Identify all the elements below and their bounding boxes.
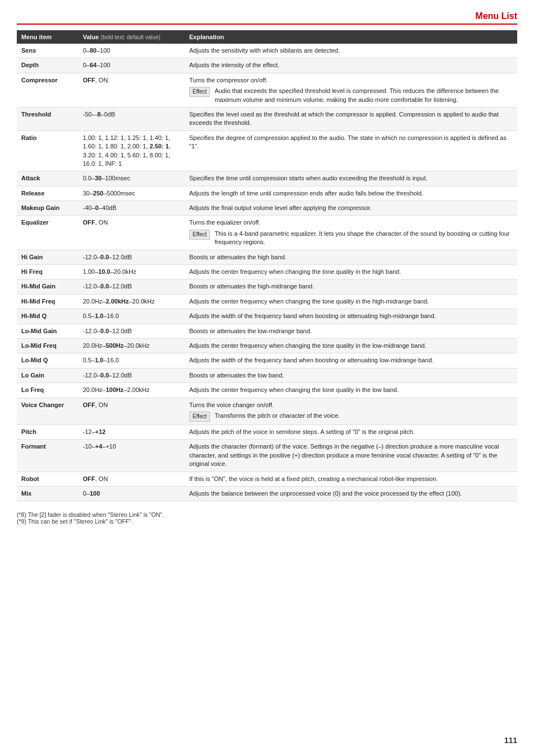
- table-row: Hi-Mid Freq20.0Hz–2.00kHz–20.0kHzAdjusts…: [17, 294, 517, 309]
- cell-value: OFF, ON: [78, 398, 185, 424]
- table-row: Release30–250–5000msecAdjusts the length…: [17, 186, 517, 200]
- cell-explanation: Specifies the level used as the threshol…: [185, 107, 517, 130]
- effect-badge: Effect: [189, 230, 210, 240]
- cell-explanation: Adjusts the balance between the unproces…: [185, 486, 517, 501]
- cell-menu-item: Ratio: [17, 130, 78, 171]
- table-row: Lo-Mid Gain-12.0–0.0–12.0dBBoosts or att…: [17, 324, 517, 338]
- cell-value: 20.0Hz–100Hz–2.00kHz: [78, 383, 185, 398]
- cell-menu-item: Equalizer: [17, 216, 78, 250]
- cell-menu-item: Lo-Mid Gain: [17, 324, 78, 338]
- footnote-area: (*8) The [2] fader is disabled when "Ste…: [17, 511, 517, 525]
- table-row: Hi-Mid Gain-12.0–0.0–12.0dBBoosts or att…: [17, 279, 517, 294]
- cell-menu-item: Hi-Mid Q: [17, 309, 78, 324]
- cell-menu-item: Mix: [17, 486, 78, 501]
- cell-value: 0–80–100: [78, 44, 185, 58]
- cell-value: OFF, ON: [78, 73, 185, 107]
- table-row: Lo Freq20.0Hz–100Hz–2.00kHzAdjusts the c…: [17, 383, 517, 398]
- cell-explanation: Boosts or attenuates the high-midrange b…: [185, 279, 517, 294]
- value-sub-label: (bold text: default value): [101, 34, 161, 40]
- cell-menu-item: Hi Gain: [17, 250, 78, 264]
- table-row: Ratio1.00: 1, 1.12: 1, 1.25: 1, 1.40: 1,…: [17, 130, 517, 171]
- cell-value: -12.0–0.0–12.0dB: [78, 324, 185, 338]
- cell-explanation: Adjusts the pitch of the voice in semito…: [185, 424, 517, 439]
- cell-menu-item: Sens: [17, 44, 78, 58]
- cell-value: -50–-8–0dB: [78, 107, 185, 130]
- cell-explanation: Adjusts the width of the frequency band …: [185, 353, 517, 368]
- cell-value: 20.0Hz–500Hz–20.0kHz: [78, 338, 185, 353]
- effect-badge: Effect: [189, 412, 210, 422]
- table-body: Sens0–80–100Adjusts the sensitivity with…: [17, 44, 517, 501]
- cell-explanation: Adjusts the width of the frequency band …: [185, 309, 517, 324]
- table-row: Lo Gain-12.0–0.0–12.0dBBoosts or attenua…: [17, 368, 517, 382]
- cell-menu-item: Hi-Mid Freq: [17, 294, 78, 309]
- table-row: Depth0–64–100Adjusts the intensity of th…: [17, 58, 517, 73]
- table-row: EqualizerOFF, ONTurns the equalizer on/o…: [17, 216, 517, 250]
- cell-value: -12–+12: [78, 424, 185, 439]
- cell-explanation: Turns the equalizer on/off. Effect This …: [185, 216, 517, 250]
- cell-explanation: Adjusts the center frequency when changi…: [185, 338, 517, 353]
- cell-value: 0.5–1.0–16.0: [78, 309, 185, 324]
- col-header-value: Value (bold text: default value): [78, 30, 185, 44]
- cell-menu-item: Lo-Mid Freq: [17, 338, 78, 353]
- table-row: CompressorOFF, ONTurns the compressor on…: [17, 73, 517, 107]
- cell-value: 30–250–5000msec: [78, 186, 185, 200]
- table-row: Hi Freq1.00–10.0–20.0kHzAdjusts the cent…: [17, 265, 517, 279]
- table-row: Makeup Gain-40–0–40dBAdjusts the final o…: [17, 201, 517, 216]
- effect-badge: Effect: [189, 87, 210, 97]
- cell-value: 0.5–1.0–16.0: [78, 353, 185, 368]
- table-header: Menu item Value (bold text: default valu…: [17, 30, 517, 44]
- cell-menu-item: Voice Changer: [17, 398, 78, 424]
- cell-menu-item: Threshold: [17, 107, 78, 130]
- table-row: Lo-Mid Q0.5–1.0–16.0Adjusts the width of…: [17, 353, 517, 368]
- cell-explanation: Adjusts the center frequency when changi…: [185, 294, 517, 309]
- table-row: Sens0–80–100Adjusts the sensitivity with…: [17, 44, 517, 58]
- cell-explanation: Boosts or attenuates the high band.: [185, 250, 517, 264]
- cell-menu-item: Formant: [17, 440, 78, 472]
- cell-explanation: Adjusts the final output volume level af…: [185, 201, 517, 216]
- cell-menu-item: Depth: [17, 58, 78, 73]
- cell-menu-item: Lo-Mid Q: [17, 353, 78, 368]
- cell-explanation: Turns the compressor on/off. Effect Audi…: [185, 73, 517, 107]
- cell-explanation: Specifies the time until compression sta…: [185, 171, 517, 186]
- col-header-explanation: Explanation: [185, 30, 517, 44]
- cell-explanation: If this is "ON", the voice is held at a …: [185, 472, 517, 486]
- col-header-menu-item: Menu item: [17, 30, 78, 44]
- table-row: Hi Gain-12.0–0.0–12.0dBBoosts or attenua…: [17, 250, 517, 264]
- cell-explanation: Turns the voice changer on/off. Effect T…: [185, 398, 517, 424]
- table-row: Mix0–100Adjusts the balance between the …: [17, 486, 517, 501]
- cell-value: OFF, ON: [78, 216, 185, 250]
- cell-explanation: Specifies the degree of compression appl…: [185, 130, 517, 171]
- table-row: Threshold-50–-8–0dBSpecifies the level u…: [17, 107, 517, 130]
- cell-menu-item: Release: [17, 186, 78, 200]
- cell-explanation: Adjusts the center frequency when changi…: [185, 383, 517, 398]
- cell-value: OFF, ON: [78, 472, 185, 486]
- footnote-2: (*9) This can be set if "Stereo Link" is…: [17, 518, 517, 525]
- table-row: Voice ChangerOFF, ONTurns the voice chan…: [17, 398, 517, 424]
- cell-menu-item: Pitch: [17, 424, 78, 439]
- cell-value: -12.0–0.0–12.0dB: [78, 250, 185, 264]
- cell-value: -12.0–0.0–12.0dB: [78, 279, 185, 294]
- cell-explanation: Adjusts the character (formant) of the v…: [185, 440, 517, 472]
- cell-value: -10–+4–+10: [78, 440, 185, 472]
- table-row: Hi-Mid Q0.5–1.0–16.0Adjusts the width of…: [17, 309, 517, 324]
- cell-explanation: Adjusts the intensity of the effect.: [185, 58, 517, 73]
- cell-value: -40–0–40dB: [78, 201, 185, 216]
- footnote-1: (*8) The [2] fader is disabled when "Ste…: [17, 511, 517, 518]
- cell-menu-item: Compressor: [17, 73, 78, 107]
- cell-explanation: Adjusts the length of time until compres…: [185, 186, 517, 200]
- table-row: Pitch-12–+12Adjusts the pitch of the voi…: [17, 424, 517, 439]
- table-row: Lo-Mid Freq20.0Hz–500Hz–20.0kHzAdjusts t…: [17, 338, 517, 353]
- menu-table: Menu item Value (bold text: default valu…: [17, 30, 517, 501]
- cell-menu-item: Hi-Mid Gain: [17, 279, 78, 294]
- cell-value: 1.00–10.0–20.0kHz: [78, 265, 185, 279]
- cell-value: 0.0–30–100msec: [78, 171, 185, 186]
- cell-menu-item: Hi Freq: [17, 265, 78, 279]
- cell-explanation: Boosts or attenuates the low-midrange ba…: [185, 324, 517, 338]
- cell-menu-item: Lo Gain: [17, 368, 78, 382]
- cell-menu-item: Makeup Gain: [17, 201, 78, 216]
- table-row: RobotOFF, ONIf this is "ON", the voice i…: [17, 472, 517, 486]
- page-title-area: Menu List: [17, 11, 517, 25]
- table-row: Formant-10–+4–+10Adjusts the character (…: [17, 440, 517, 472]
- cell-menu-item: Attack: [17, 171, 78, 186]
- cell-value: -12.0–0.0–12.0dB: [78, 368, 185, 382]
